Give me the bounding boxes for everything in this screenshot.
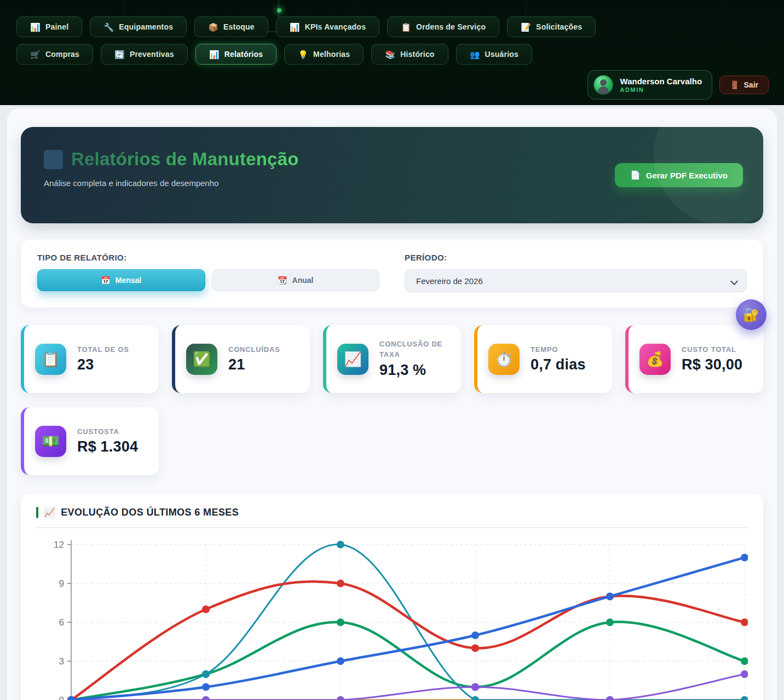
- nav-item-usuarios[interactable]: 👥Usuários: [456, 44, 532, 65]
- kpis-avancados-icon: 📊: [290, 23, 300, 31]
- nav-item-label: Compras: [45, 50, 79, 59]
- nav-item-relatorios[interactable]: 📊Relatórios: [195, 44, 276, 65]
- stat-card-concluidas: ✅CONCLUÍDAS21: [172, 325, 310, 393]
- stat-label: TOTAL DE OS: [77, 345, 129, 355]
- period-label: PERÍODO:: [405, 253, 747, 262]
- chart-title: EVOLUÇÃO DOS ÚLTIMOS 6 MESES: [61, 507, 239, 518]
- relatorios-icon: 📊: [209, 50, 220, 59]
- yearly-label: Anual: [292, 276, 314, 285]
- avatar-head: [600, 79, 607, 86]
- svg-text:12: 12: [54, 540, 64, 550]
- svg-text:3: 3: [59, 656, 64, 667]
- monthly-toggle-button[interactable]: 📅 Mensal: [37, 269, 205, 291]
- preventivas-icon: 🔄: [114, 50, 125, 59]
- user-avatar-icon: [593, 74, 614, 95]
- nav-item-label: Preventivas: [130, 50, 174, 59]
- period-select-wrap: Fevereiro de 2026: [405, 269, 747, 292]
- chart-card: 📈 EVOLUÇÃO DOS ÚLTIMOS 6 MESES 036912set…: [21, 494, 763, 700]
- nav-item-label: Usuários: [485, 50, 519, 59]
- document-icon: 📄: [630, 170, 641, 180]
- nav-item-preventivas[interactable]: 🔄Preventivas: [101, 44, 188, 65]
- solicitacoes-icon: 📝: [521, 23, 531, 31]
- nav-item-kpis-avancados[interactable]: 📊KPIs Avançados: [276, 16, 379, 37]
- stat-label: CONCLUÍDAS: [228, 345, 280, 355]
- stat-card-total-de-os: 📋TOTAL DE OS23: [21, 325, 159, 393]
- nav-item-solicitacoes[interactable]: 📝Solicitações: [507, 16, 596, 37]
- tempo-icon: ⏱️: [488, 344, 520, 375]
- nav-item-label: Estoque: [223, 22, 255, 31]
- stat-card-custo-total: 💰CUSTO TOTALR$ 30,00: [625, 325, 763, 393]
- nav-item-label: Painel: [45, 22, 68, 31]
- nav-item-label: Solicitações: [536, 22, 582, 31]
- custo-total-icon: 💰: [639, 344, 671, 375]
- lock-icon: 🔐: [743, 307, 759, 322]
- painel-icon: 📊: [30, 23, 41, 31]
- stat-value: R$ 30,00: [682, 356, 742, 373]
- lock-fab-button[interactable]: 🔐: [736, 299, 766, 330]
- nav-item-painel[interactable]: 📊Painel: [16, 16, 82, 37]
- ordens-de-servico-icon: 📋: [401, 23, 411, 31]
- nav-item-equipamentos[interactable]: 🔧Equipamentos: [90, 16, 187, 37]
- nav-list: 📊Painel🔧Equipamentos📦Estoque📊KPIs Avança…: [16, 16, 615, 65]
- stat-card-taxa-de-conclusao: 📈CONCLUSÃO DE TAXA91,3 %: [323, 325, 461, 393]
- logout-label: Sair: [744, 80, 758, 89]
- stats-grid: 📋TOTAL DE OS23✅CONCLUÍDAS21📈CONCLUSÃO DE…: [21, 325, 763, 475]
- period-select[interactable]: Fevereiro de 2026: [405, 269, 747, 292]
- divider: [36, 527, 748, 528]
- nav-item-label: Melhorias: [313, 50, 350, 59]
- svg-text:9: 9: [59, 578, 64, 589]
- usuarios-icon: 👥: [470, 50, 480, 59]
- logout-button[interactable]: 🚪 Sair: [719, 76, 769, 94]
- nav-item-label: Equipamentos: [119, 22, 173, 31]
- stat-value: 0,7 dias: [531, 356, 586, 373]
- report-icon: [44, 150, 63, 169]
- yearly-toggle-button[interactable]: 📆 Anual: [212, 269, 380, 291]
- custosta-icon: 💵: [35, 426, 66, 457]
- calendar-icon: 📅: [101, 276, 110, 285]
- generate-pdf-button[interactable]: 📄 Gerar PDF Executivo: [615, 163, 743, 187]
- svg-text:6: 6: [59, 617, 64, 628]
- report-type-label: TIPO DE RELATÓRIO:: [37, 253, 379, 262]
- hero-banner: Relatórios de Manutenção Análise complet…: [21, 127, 763, 223]
- nav-item-ordens-de-servico[interactable]: 📋Ordens de Serviço: [387, 16, 499, 37]
- nav-item-label: KPIs Avançados: [305, 22, 366, 31]
- stat-label: CONCLUSÃO DE TAXA: [379, 339, 450, 360]
- total-de-os-icon: 📋: [35, 344, 66, 375]
- estoque-icon: 📦: [208, 23, 218, 31]
- nav-item-melhorias[interactable]: 💡Melhorias: [284, 44, 364, 65]
- calendar-31-icon: 📆: [278, 276, 287, 285]
- melhorias-icon: 💡: [298, 50, 308, 59]
- stat-label: TEMPO: [531, 345, 586, 355]
- concluidas-icon: ✅: [186, 344, 217, 375]
- main-panel: Relatórios de Manutenção Análise complet…: [7, 108, 777, 700]
- stat-value: 21: [228, 356, 280, 373]
- evolution-chart: 036912set. de 25out. de 25nov. de 25dez.…: [36, 536, 748, 700]
- stat-value: 91,3 %: [379, 362, 450, 379]
- topbar: 📊Painel🔧Equipamentos📦Estoque📊KPIs Avança…: [0, 0, 784, 105]
- user-role-badge: ADMIN: [620, 86, 702, 93]
- user-row: Wanderson Carvalho ADMIN 🚪 Sair: [587, 70, 769, 100]
- stat-card-custosta: 💵CUSTOSTAR$ 1.304: [21, 407, 159, 475]
- stat-label: CUSTO TOTAL: [682, 345, 742, 355]
- taxa-de-conclusao-icon: 📈: [337, 344, 368, 375]
- stat-label: CUSTOSTA: [77, 427, 138, 437]
- chart-icon: 📈: [44, 507, 55, 518]
- compras-icon: 🛒: [30, 50, 41, 59]
- monthly-label: Mensal: [116, 276, 141, 285]
- nav-item-label: Histórico: [400, 50, 434, 59]
- nav-item-compras[interactable]: 🛒Compras: [16, 44, 93, 65]
- page-title: Relatórios de Manutenção: [71, 149, 299, 170]
- nav-item-historico[interactable]: 📚Histórico: [371, 44, 448, 65]
- generate-pdf-label: Gerar PDF Executivo: [646, 171, 728, 180]
- stat-value: R$ 1.304: [77, 438, 138, 455]
- avatar-body: [598, 86, 609, 94]
- stat-value: 23: [77, 356, 129, 373]
- circuit-dot: [277, 8, 281, 13]
- stat-card-tempo: ⏱️TEMPO0,7 dias: [474, 325, 612, 393]
- nav-item-label: Ordens de Serviço: [416, 22, 486, 31]
- user-chip[interactable]: Wanderson Carvalho ADMIN: [587, 70, 712, 100]
- nav-item-estoque[interactable]: 📦Estoque: [194, 16, 268, 37]
- user-name: Wanderson Carvalho: [620, 77, 702, 86]
- filter-card: TIPO DE RELATÓRIO: 📅 Mensal 📆 Anual PERÍ…: [21, 240, 763, 308]
- svg-text:0: 0: [59, 695, 64, 700]
